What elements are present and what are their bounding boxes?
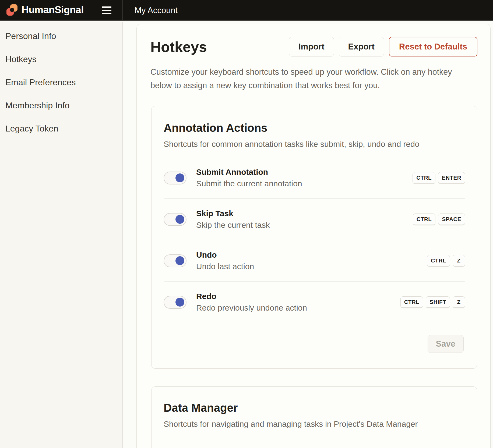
sidebar-item-email-preferences[interactable]: Email Preferences [0,71,122,94]
sidebar-item-personal-info[interactable]: Personal Info [0,24,122,48]
sidebar-item-hotkeys[interactable]: Hotkeys [0,48,122,71]
hotkey-keys: CTRL ENTER [413,172,465,184]
toggle-knob [175,256,184,265]
save-row: Save [152,323,477,368]
hotkey-row-text: Redo Redo previously undone action [196,291,307,313]
toggle-knob [175,215,184,224]
import-button[interactable]: Import [289,37,334,56]
redo-toggle[interactable] [164,296,186,309]
save-button[interactable]: Save [428,335,464,353]
hotkey-title: Redo [196,291,307,301]
annotation-actions-card: Annotation Actions Shortcuts for common … [151,106,477,369]
hotkey-row-submit-annotation: Submit Annotation Submit the current ann… [164,157,465,199]
hotkeys-description: Customize your keyboard shortcuts to spe… [150,65,471,92]
menu-icon[interactable] [102,6,111,15]
brand-logo-link[interactable]: HumanSignal [0,4,84,16]
toggle-knob [175,298,184,307]
hotkey-row-undo: Undo Undo last action CTRL Z [164,240,465,282]
main-content: Hotkeys Import Export Reset to Defaults … [123,22,493,448]
key-chip-ctrl[interactable]: CTRL [400,296,423,308]
data-manager-card: Data Manager Shortcuts for navigating an… [151,386,477,448]
hotkeys-header-buttons: Import Export Reset to Defaults [289,37,477,56]
topbar-divider [122,0,123,21]
key-chip-space[interactable]: SPACE [438,214,465,225]
annotation-actions-title: Annotation Actions [164,121,465,135]
annotation-actions-subtitle: Shortcuts for common annotation tasks li… [164,139,465,149]
reset-to-defaults-button[interactable]: Reset to Defaults [389,37,477,56]
data-manager-title: Data Manager [164,401,465,415]
key-chip-enter[interactable]: ENTER [438,172,465,184]
hotkey-description: Redo previously undone action [196,303,307,313]
hotkey-keys: CTRL SHIFT Z [400,296,465,308]
hotkeys-title: Hotkeys [150,38,207,56]
hotkey-row-text: Submit Annotation Submit the current ann… [196,167,302,189]
hotkey-row-skip-task: Skip Task Skip the current task CTRL SPA… [164,199,465,240]
hotkey-title: Submit Annotation [196,167,302,177]
brand-name: HumanSignal [22,4,84,16]
hotkey-keys: CTRL SPACE [413,214,465,225]
toggle-knob [175,173,184,182]
key-chip-ctrl[interactable]: CTRL [427,255,450,267]
key-chip-shift[interactable]: SHIFT [426,296,450,308]
sidebar-item-legacy-token[interactable]: Legacy Token [0,117,122,140]
key-chip-ctrl[interactable]: CTRL [413,214,436,225]
annotation-actions-head: Annotation Actions Shortcuts for common … [152,106,477,149]
page-title: My Account [135,0,178,21]
hotkey-keys: CTRL Z [427,255,465,267]
top-bar: HumanSignal My Account [0,0,493,21]
data-manager-head: Data Manager Shortcuts for navigating an… [152,387,477,429]
hotkey-title: Skip Task [196,208,270,219]
hotkey-rows: Submit Annotation Submit the current ann… [164,157,465,323]
hotkey-description: Skip the current task [196,220,270,230]
humansignal-logo-icon [6,4,18,16]
hotkeys-header: Hotkeys Import Export Reset to Defaults [137,24,490,56]
export-button[interactable]: Export [339,37,384,56]
hotkey-description: Undo last action [196,261,254,272]
skip-task-toggle[interactable] [164,213,186,226]
account-sidebar: Personal Info Hotkeys Email Preferences … [0,22,123,448]
hotkey-description: Submit the current annotation [196,179,302,189]
hotkey-row-text: Undo Undo last action [196,250,254,272]
key-chip-z[interactable]: Z [453,255,465,267]
hotkey-row-text: Skip Task Skip the current task [196,208,270,230]
hotkey-row-redo: Redo Redo previously undone action CTRL … [164,282,465,323]
undo-toggle[interactable] [164,254,186,267]
submit-annotation-toggle[interactable] [164,172,186,184]
sidebar-item-membership-info[interactable]: Membership Info [0,94,122,117]
key-chip-ctrl[interactable]: CTRL [413,172,435,184]
hotkey-title: Undo [196,250,254,260]
key-chip-z[interactable]: Z [453,296,465,308]
data-manager-subtitle: Shortcuts for navigating and managing ta… [164,419,465,429]
hotkeys-panel: Hotkeys Import Export Reset to Defaults … [136,24,491,448]
